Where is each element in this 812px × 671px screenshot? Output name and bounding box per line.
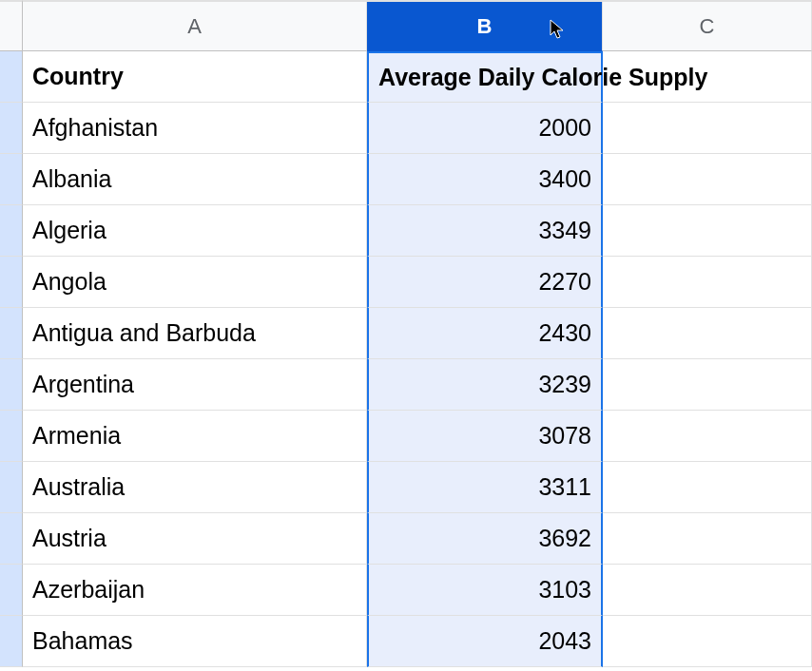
country-value: Algeria: [32, 217, 106, 244]
country-value: Austria: [32, 525, 106, 552]
row-stub[interactable]: [0, 462, 23, 513]
cell-empty[interactable]: [603, 616, 812, 667]
cell-country[interactable]: Azerbaijan: [23, 565, 367, 616]
cell-empty[interactable]: [603, 205, 812, 257]
cell-calories[interactable]: 3078: [367, 411, 603, 462]
row-stub[interactable]: [0, 205, 23, 257]
country-value: Armenia: [32, 422, 121, 450]
row-stub[interactable]: [0, 359, 23, 411]
corner-cell[interactable]: [0, 0, 23, 51]
header-country: Country: [32, 63, 124, 90]
cell-calories[interactable]: 2043: [367, 616, 603, 667]
cell-calories[interactable]: 3692: [367, 513, 603, 565]
cell-country[interactable]: Afghanistan: [23, 103, 367, 154]
row-stub[interactable]: [0, 616, 23, 667]
calorie-value: 3078: [538, 422, 591, 450]
cell-country[interactable]: Antigua and Barbuda: [23, 308, 367, 359]
cell-empty[interactable]: [603, 257, 812, 308]
cell-empty[interactable]: [603, 308, 812, 359]
calorie-value: 3349: [538, 217, 591, 244]
country-value: Afghanistan: [32, 114, 158, 142]
cell-calories[interactable]: 3239: [367, 359, 603, 411]
cell-country[interactable]: Albania: [23, 154, 367, 205]
cell-calories[interactable]: 2430: [367, 308, 603, 359]
cell-calories[interactable]: 2000: [367, 103, 603, 154]
calorie-value: 3400: [538, 165, 591, 193]
row-stub[interactable]: [0, 513, 23, 565]
column-header-a[interactable]: A: [23, 0, 367, 51]
cell-calories[interactable]: 2270: [367, 257, 603, 308]
country-value: Azerbaijan: [32, 576, 145, 604]
cell-empty[interactable]: [603, 411, 812, 462]
country-value: Australia: [32, 473, 125, 501]
country-value: Albania: [32, 165, 111, 193]
cell-empty[interactable]: [603, 565, 812, 616]
cell-empty[interactable]: [603, 462, 812, 513]
column-header-b[interactable]: B: [367, 0, 603, 51]
cell-country[interactable]: Bahamas: [23, 616, 367, 667]
row-stub[interactable]: [0, 411, 23, 462]
calorie-value: 3103: [538, 576, 591, 604]
calorie-value: 2043: [538, 627, 591, 655]
column-header-c[interactable]: C: [603, 0, 812, 51]
cell-b1[interactable]: Average Daily Calorie Supply: [367, 51, 603, 103]
calorie-value: 3239: [538, 371, 591, 398]
calorie-value: 2270: [538, 268, 591, 296]
country-value: Angola: [32, 268, 106, 296]
row-stub[interactable]: [0, 103, 23, 154]
cell-empty[interactable]: [603, 103, 812, 154]
cell-country[interactable]: Angola: [23, 257, 367, 308]
cell-calories[interactable]: 3311: [367, 462, 603, 513]
cell-calories[interactable]: 3400: [367, 154, 603, 205]
cell-country[interactable]: Armenia: [23, 411, 367, 462]
cell-a1[interactable]: Country: [23, 51, 367, 103]
spreadsheet-grid[interactable]: A B C Country Average Daily Calorie Supp…: [0, 0, 812, 667]
row-stub[interactable]: [0, 257, 23, 308]
row-stub[interactable]: [0, 51, 23, 103]
cell-calories[interactable]: 3103: [367, 565, 603, 616]
row-stub[interactable]: [0, 308, 23, 359]
country-value: Argentina: [32, 371, 134, 398]
cell-empty[interactable]: [603, 513, 812, 565]
row-stub[interactable]: [0, 154, 23, 205]
row-stub[interactable]: [0, 565, 23, 616]
calorie-value: 2000: [538, 114, 591, 142]
calorie-value: 2430: [538, 319, 591, 347]
cell-country[interactable]: Argentina: [23, 359, 367, 411]
calorie-value: 3311: [538, 473, 591, 501]
cell-country[interactable]: Algeria: [23, 205, 367, 257]
cell-country[interactable]: Australia: [23, 462, 367, 513]
cell-empty[interactable]: [603, 359, 812, 411]
cell-empty[interactable]: [603, 154, 812, 205]
country-value: Bahamas: [32, 627, 133, 655]
cell-calories[interactable]: 3349: [367, 205, 603, 257]
country-value: Antigua and Barbuda: [32, 319, 256, 347]
calorie-value: 3692: [538, 525, 591, 552]
cell-country[interactable]: Austria: [23, 513, 367, 565]
header-calories: Average Daily Calorie Supply: [378, 64, 707, 91]
